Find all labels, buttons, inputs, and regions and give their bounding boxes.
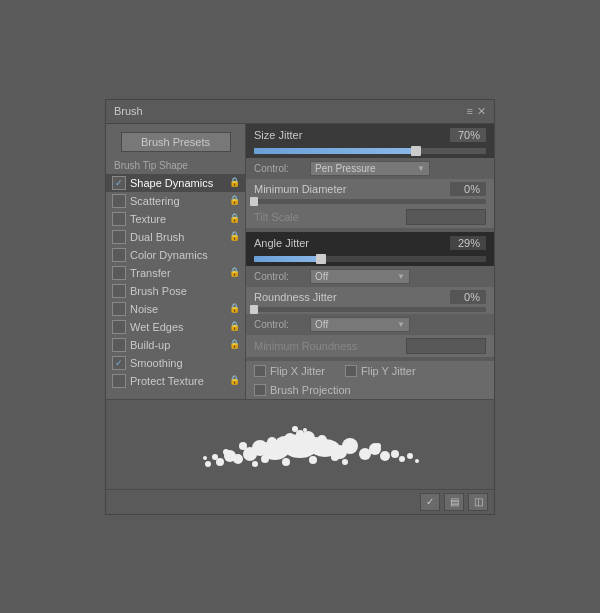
min-diameter-slider-thumb[interactable]: [250, 197, 258, 206]
close-icon[interactable]: ✕: [477, 105, 486, 118]
sidebar-item-brush-pose[interactable]: Brush Pose: [106, 282, 245, 300]
color-dynamics-check[interactable]: [112, 248, 126, 262]
brush-projection-label: Brush Projection: [270, 384, 351, 396]
sidebar-item-transfer[interactable]: Transfer 🔒: [106, 264, 245, 282]
sidebar-item-wet-edges[interactable]: Wet Edges 🔒: [106, 318, 245, 336]
roundness-jitter-label: Roundness Jitter: [254, 291, 337, 303]
svg-point-17: [267, 437, 277, 447]
flip-y-item: Flip Y Jitter: [345, 365, 416, 377]
tilt-scale-value-box: [406, 209, 486, 225]
protect-texture-label: Protect Texture: [130, 375, 227, 387]
protect-texture-check[interactable]: [112, 374, 126, 388]
size-jitter-slider-track[interactable]: [246, 146, 494, 158]
roundness-dropdown-arrow: ▼: [397, 320, 405, 329]
shape-dynamics-check[interactable]: [112, 176, 126, 190]
noise-lock: 🔒: [229, 303, 241, 315]
sidebar-item-protect-texture[interactable]: Protect Texture 🔒: [106, 372, 245, 390]
angle-jitter-control-label: Control:: [254, 271, 304, 282]
angle-jitter-slider-track[interactable]: [246, 254, 494, 266]
flip-row: Flip X Jitter Flip Y Jitter: [246, 361, 494, 381]
min-roundness-value-box: [406, 338, 486, 354]
svg-point-34: [252, 461, 258, 467]
angle-jitter-slider-bar[interactable]: [254, 256, 486, 262]
angle-jitter-control-dropdown[interactable]: Off ▼: [310, 269, 410, 284]
size-jitter-value: 70%: [450, 128, 486, 142]
angle-jitter-slider-fill: [254, 256, 321, 262]
scattering-check[interactable]: [112, 194, 126, 208]
sidebar-item-shape-dynamics[interactable]: Shape Dynamics 🔒: [106, 174, 245, 192]
svg-point-23: [331, 453, 339, 461]
bottom-icon-panels[interactable]: ◫: [468, 493, 488, 511]
svg-point-33: [303, 428, 307, 432]
size-jitter-control-row: Control: Pen Pressure ▼: [246, 158, 494, 179]
roundness-control-dropdown[interactable]: Off ▼: [310, 317, 410, 332]
angle-jitter-label: Angle Jitter: [254, 237, 309, 249]
tilt-scale-row: Tilt Scale: [246, 206, 494, 228]
min-diameter-label: Minimum Diameter: [254, 183, 346, 195]
transfer-check[interactable]: [112, 266, 126, 280]
wet-edges-lock: 🔒: [229, 321, 241, 333]
flip-x-checkbox[interactable]: [254, 365, 266, 377]
menu-icon[interactable]: ≡: [467, 105, 473, 118]
min-diameter-value: 0%: [450, 182, 486, 196]
roundness-jitter-row: Roundness Jitter 0%: [246, 287, 494, 307]
svg-point-27: [239, 442, 247, 450]
sidebar-item-scattering[interactable]: Scattering 🔒: [106, 192, 245, 210]
svg-point-16: [317, 435, 327, 445]
size-jitter-slider-fill: [254, 148, 416, 154]
angle-jitter-slider-thumb[interactable]: [316, 254, 326, 264]
size-jitter-control-value: Pen Pressure: [315, 163, 376, 174]
sidebar-item-smoothing[interactable]: Smoothing: [106, 354, 245, 372]
sidebar-item-build-up[interactable]: Build-up 🔒: [106, 336, 245, 354]
size-jitter-slider-thumb[interactable]: [411, 146, 421, 156]
min-diameter-slider[interactable]: [254, 199, 486, 204]
flip-y-checkbox[interactable]: [345, 365, 357, 377]
angle-jitter-value: 29%: [450, 236, 486, 250]
build-up-label: Build-up: [130, 339, 227, 351]
svg-point-21: [399, 456, 405, 462]
dual-brush-check[interactable]: [112, 230, 126, 244]
scattering-lock: 🔒: [229, 195, 241, 207]
brush-projection-checkbox[interactable]: [254, 384, 266, 396]
sidebar-item-dual-brush[interactable]: Dual Brush 🔒: [106, 228, 245, 246]
min-roundness-row: Minimum Roundness: [246, 335, 494, 357]
angle-jitter-control-row: Control: Off ▼: [246, 266, 494, 287]
smoothing-check[interactable]: [112, 356, 126, 370]
tilt-scale-label: Tilt Scale: [254, 211, 299, 223]
size-jitter-slider-bar[interactable]: [254, 148, 486, 154]
protect-texture-lock: 🔒: [229, 375, 241, 387]
wet-edges-check[interactable]: [112, 320, 126, 334]
svg-point-8: [342, 438, 358, 454]
angle-jitter-control-value: Off: [315, 271, 328, 282]
min-roundness-label: Minimum Roundness: [254, 340, 357, 352]
brush-pose-check[interactable]: [112, 284, 126, 298]
brush-tip-shape-label: Brush Tip Shape: [106, 158, 245, 174]
sidebar-item-noise[interactable]: Noise 🔒: [106, 300, 245, 318]
texture-lock: 🔒: [229, 213, 241, 225]
svg-point-20: [391, 450, 399, 458]
brush-preview-svg: [130, 404, 470, 484]
size-jitter-label: Size Jitter: [254, 129, 302, 141]
flip-x-label: Flip X Jitter: [270, 365, 325, 377]
roundness-slider-thumb[interactable]: [250, 305, 258, 314]
size-jitter-dropdown-arrow: ▼: [417, 164, 425, 173]
shape-dynamics-label: Shape Dynamics: [130, 177, 227, 189]
dual-brush-label: Dual Brush: [130, 231, 227, 243]
svg-point-28: [205, 461, 211, 467]
sidebar-item-texture[interactable]: Texture 🔒: [106, 210, 245, 228]
bottom-icon-grid[interactable]: ▤: [444, 493, 464, 511]
build-up-check[interactable]: [112, 338, 126, 352]
size-jitter-control-label: Control:: [254, 163, 304, 174]
roundness-jitter-slider[interactable]: [254, 307, 486, 312]
noise-check[interactable]: [112, 302, 126, 316]
size-jitter-control-dropdown[interactable]: Pen Pressure ▼: [310, 161, 430, 176]
sidebar-item-color-dynamics[interactable]: Color Dynamics: [106, 246, 245, 264]
texture-check[interactable]: [112, 212, 126, 226]
transfer-label: Transfer: [130, 267, 227, 279]
brush-panel: Brush ≡ ✕ Brush Presets Brush Tip Shape …: [105, 99, 495, 515]
brush-presets-button[interactable]: Brush Presets: [121, 132, 231, 152]
svg-point-37: [375, 443, 381, 449]
svg-point-35: [342, 459, 348, 465]
bottom-icon-check[interactable]: ✓: [420, 493, 440, 511]
svg-point-13: [380, 451, 390, 461]
